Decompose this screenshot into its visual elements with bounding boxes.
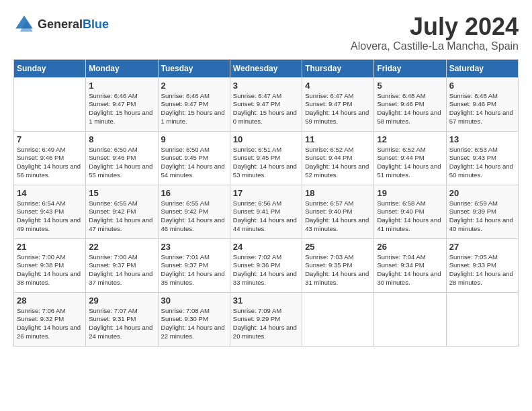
day-header-monday: Monday <box>86 59 158 77</box>
calendar-week-row: 1Sunrise: 6:46 AM Sunset: 9:47 PM Daylig… <box>14 77 519 131</box>
cell-info: Sunrise: 6:46 AM Sunset: 9:47 PM Dayligh… <box>89 92 154 126</box>
calendar-cell <box>14 77 86 131</box>
calendar-cell: 16Sunrise: 6:55 AM Sunset: 9:42 PM Dayli… <box>158 185 230 238</box>
page-header: GeneralBlue July 2024 Alovera, Castille-… <box>13 13 519 52</box>
cell-info: Sunrise: 6:51 AM Sunset: 9:45 PM Dayligh… <box>233 146 299 180</box>
cell-info: Sunrise: 6:59 AM Sunset: 9:39 PM Dayligh… <box>449 199 515 234</box>
day-number: 9 <box>161 134 227 144</box>
cell-info: Sunrise: 6:48 AM Sunset: 9:46 PM Dayligh… <box>377 92 443 126</box>
day-number: 28 <box>17 295 83 306</box>
day-number: 8 <box>89 134 154 144</box>
calendar-cell: 13Sunrise: 6:53 AM Sunset: 9:43 PM Dayli… <box>446 131 518 185</box>
calendar-header: SundayMondayTuesdayWednesdayThursdayFrid… <box>14 59 519 77</box>
calendar-cell: 19Sunrise: 6:58 AM Sunset: 9:40 PM Dayli… <box>374 185 446 238</box>
cell-info: Sunrise: 6:47 AM Sunset: 9:47 PM Dayligh… <box>233 92 299 126</box>
calendar-cell: 20Sunrise: 6:59 AM Sunset: 9:39 PM Dayli… <box>446 185 518 238</box>
day-number: 2 <box>161 81 227 91</box>
day-number: 5 <box>377 81 443 91</box>
calendar-cell: 22Sunrise: 7:00 AM Sunset: 9:37 PM Dayli… <box>86 238 158 292</box>
calendar-cell: 3Sunrise: 6:47 AM Sunset: 9:47 PM Daylig… <box>230 77 302 131</box>
day-number: 11 <box>305 134 371 144</box>
cell-info: Sunrise: 7:00 AM Sunset: 9:37 PM Dayligh… <box>89 253 154 287</box>
calendar-cell: 31Sunrise: 7:09 AM Sunset: 9:29 PM Dayli… <box>230 292 302 346</box>
calendar-cell: 5Sunrise: 6:48 AM Sunset: 9:46 PM Daylig… <box>374 77 446 131</box>
cell-info: Sunrise: 7:03 AM Sunset: 9:35 PM Dayligh… <box>305 253 371 287</box>
calendar-cell: 8Sunrise: 6:50 AM Sunset: 9:46 PM Daylig… <box>86 131 158 185</box>
calendar-cell: 28Sunrise: 7:06 AM Sunset: 9:32 PM Dayli… <box>14 292 86 346</box>
day-number: 27 <box>449 242 515 252</box>
calendar-cell: 9Sunrise: 6:50 AM Sunset: 9:45 PM Daylig… <box>158 131 230 185</box>
cell-info: Sunrise: 6:46 AM Sunset: 9:47 PM Dayligh… <box>161 92 227 126</box>
calendar-cell: 26Sunrise: 7:04 AM Sunset: 9:34 PM Dayli… <box>374 238 446 292</box>
calendar-cell: 29Sunrise: 7:07 AM Sunset: 9:31 PM Dayli… <box>86 292 158 346</box>
calendar-cell <box>446 292 518 346</box>
day-number: 6 <box>449 81 515 91</box>
day-number: 23 <box>161 242 227 252</box>
calendar-cell: 24Sunrise: 7:02 AM Sunset: 9:36 PM Dayli… <box>230 238 302 292</box>
day-header-thursday: Thursday <box>302 59 374 77</box>
day-header-friday: Friday <box>374 59 446 77</box>
cell-info: Sunrise: 6:47 AM Sunset: 9:47 PM Dayligh… <box>305 92 371 126</box>
day-number: 30 <box>161 295 227 306</box>
cell-info: Sunrise: 6:56 AM Sunset: 9:41 PM Dayligh… <box>233 199 299 234</box>
generalblue-icon <box>13 13 35 35</box>
calendar-cell: 1Sunrise: 6:46 AM Sunset: 9:47 PM Daylig… <box>86 77 158 131</box>
day-number: 14 <box>17 188 83 198</box>
day-number: 16 <box>161 188 227 198</box>
cell-info: Sunrise: 7:04 AM Sunset: 9:34 PM Dayligh… <box>377 253 443 287</box>
cell-info: Sunrise: 6:55 AM Sunset: 9:42 PM Dayligh… <box>161 199 227 234</box>
day-number: 10 <box>233 134 299 144</box>
days-header-row: SundayMondayTuesdayWednesdayThursdayFrid… <box>14 59 519 77</box>
day-number: 7 <box>17 134 83 144</box>
cell-info: Sunrise: 6:58 AM Sunset: 9:40 PM Dayligh… <box>377 199 443 234</box>
day-header-sunday: Sunday <box>14 59 86 77</box>
day-header-tuesday: Tuesday <box>158 59 230 77</box>
day-number: 3 <box>233 81 299 91</box>
calendar-cell <box>302 292 374 346</box>
cell-info: Sunrise: 7:07 AM Sunset: 9:31 PM Dayligh… <box>89 307 154 341</box>
day-number: 15 <box>89 188 154 198</box>
calendar-cell: 2Sunrise: 6:46 AM Sunset: 9:47 PM Daylig… <box>158 77 230 131</box>
cell-info: Sunrise: 6:57 AM Sunset: 9:40 PM Dayligh… <box>305 199 371 234</box>
cell-info: Sunrise: 7:05 AM Sunset: 9:33 PM Dayligh… <box>449 253 515 287</box>
day-number: 25 <box>305 242 371 252</box>
calendar-cell: 23Sunrise: 7:01 AM Sunset: 9:37 PM Dayli… <box>158 238 230 292</box>
calendar-week-row: 21Sunrise: 7:00 AM Sunset: 9:38 PM Dayli… <box>14 238 519 292</box>
calendar-cell: 21Sunrise: 7:00 AM Sunset: 9:38 PM Dayli… <box>14 238 86 292</box>
day-number: 17 <box>233 188 299 198</box>
cell-info: Sunrise: 6:52 AM Sunset: 9:44 PM Dayligh… <box>377 146 443 180</box>
logo-general-text: General <box>38 17 83 31</box>
day-header-saturday: Saturday <box>446 59 518 77</box>
cell-info: Sunrise: 7:00 AM Sunset: 9:38 PM Dayligh… <box>17 253 83 287</box>
month-title: July 2024 <box>351 13 519 40</box>
logo-blue-text: Blue <box>83 17 109 31</box>
calendar-cell: 15Sunrise: 6:55 AM Sunset: 9:42 PM Dayli… <box>86 185 158 238</box>
calendar-week-row: 14Sunrise: 6:54 AM Sunset: 9:43 PM Dayli… <box>14 185 519 238</box>
day-number: 19 <box>377 188 443 198</box>
calendar-cell: 18Sunrise: 6:57 AM Sunset: 9:40 PM Dayli… <box>302 185 374 238</box>
day-number: 18 <box>305 188 371 198</box>
calendar-cell: 30Sunrise: 7:08 AM Sunset: 9:30 PM Dayli… <box>158 292 230 346</box>
calendar-cell: 7Sunrise: 6:49 AM Sunset: 9:46 PM Daylig… <box>14 131 86 185</box>
calendar-cell: 11Sunrise: 6:52 AM Sunset: 9:44 PM Dayli… <box>302 131 374 185</box>
cell-info: Sunrise: 6:55 AM Sunset: 9:42 PM Dayligh… <box>89 199 154 234</box>
calendar-cell <box>374 292 446 346</box>
cell-info: Sunrise: 7:01 AM Sunset: 9:37 PM Dayligh… <box>161 253 227 287</box>
location-title: Alovera, Castille-La Mancha, Spain <box>351 40 519 52</box>
day-number: 13 <box>449 134 515 144</box>
cell-info: Sunrise: 6:53 AM Sunset: 9:43 PM Dayligh… <box>449 146 515 180</box>
calendar-cell: 4Sunrise: 6:47 AM Sunset: 9:47 PM Daylig… <box>302 77 374 131</box>
cell-info: Sunrise: 6:50 AM Sunset: 9:45 PM Dayligh… <box>161 146 227 180</box>
day-number: 12 <box>377 134 443 144</box>
day-number: 26 <box>377 242 443 252</box>
logo: GeneralBlue <box>13 13 109 35</box>
cell-info: Sunrise: 6:49 AM Sunset: 9:46 PM Dayligh… <box>17 146 83 180</box>
cell-info: Sunrise: 6:50 AM Sunset: 9:46 PM Dayligh… <box>89 146 154 180</box>
day-number: 31 <box>233 295 299 306</box>
day-header-wednesday: Wednesday <box>230 59 302 77</box>
calendar-cell: 10Sunrise: 6:51 AM Sunset: 9:45 PM Dayli… <box>230 131 302 185</box>
calendar-cell: 6Sunrise: 6:48 AM Sunset: 9:46 PM Daylig… <box>446 77 518 131</box>
cell-info: Sunrise: 6:48 AM Sunset: 9:46 PM Dayligh… <box>449 92 515 126</box>
cell-info: Sunrise: 7:08 AM Sunset: 9:30 PM Dayligh… <box>161 307 227 341</box>
calendar-week-row: 7Sunrise: 6:49 AM Sunset: 9:46 PM Daylig… <box>14 131 519 185</box>
